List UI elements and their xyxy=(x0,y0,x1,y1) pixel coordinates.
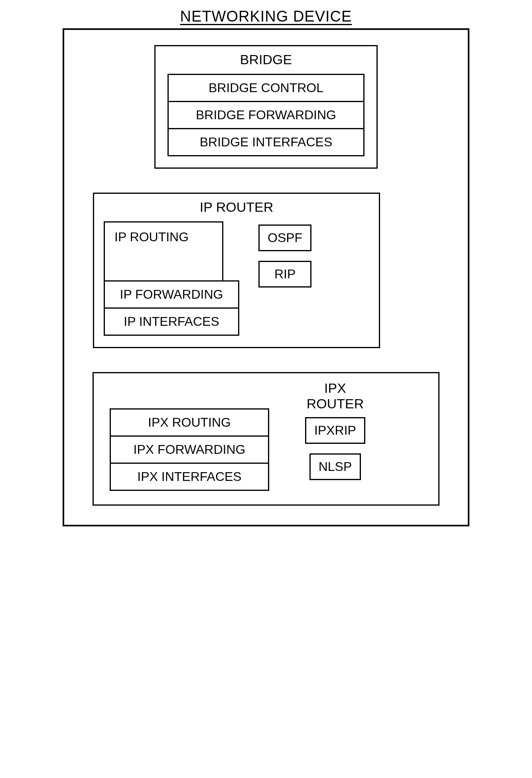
ip-forwarding-cell: IP FORWARDING xyxy=(104,280,239,309)
bridge-forwarding-cell: BRIDGE FORWARDING xyxy=(167,101,365,129)
bridge-control-cell: BRIDGE CONTROL xyxy=(167,74,365,102)
ip-right-column: OSPF RIP xyxy=(258,225,311,288)
ipx-right-column: IPX ROUTER IPXRIP NLSP xyxy=(305,380,365,491)
ipx-router-title: IPX ROUTER xyxy=(307,380,364,412)
networking-device-box: BRIDGE BRIDGE CONTROL BRIDGE FORWARDING … xyxy=(63,28,469,526)
ipx-title-line1: IPX xyxy=(324,380,346,396)
ipxrip-cell: IPXRIP xyxy=(305,417,365,444)
ip-router-body: IP ROUTING IP FORWARDING IP INTERFACES O… xyxy=(106,221,367,336)
bridge-title: BRIDGE xyxy=(167,52,365,67)
ip-routing-cell: IP ROUTING xyxy=(104,221,223,282)
ipx-interfaces-cell: IPX INTERFACES xyxy=(110,463,269,491)
ipx-router-module: IPX ROUTING IPX FORWARDING IPX INTERFACE… xyxy=(93,372,439,506)
ip-interfaces-cell: IP INTERFACES xyxy=(104,307,239,336)
ip-router-module: IP ROUTER IP ROUTING IP FORWARDING IP IN… xyxy=(93,193,380,348)
ipx-router-body: IPX ROUTING IPX FORWARDING IPX INTERFACE… xyxy=(110,380,425,491)
ospf-cell: OSPF xyxy=(258,225,311,251)
bridge-interfaces-cell: BRIDGE INTERFACES xyxy=(167,128,365,156)
ipx-protocol-stack: IPXRIP NLSP xyxy=(305,417,365,480)
rip-cell: RIP xyxy=(258,261,311,288)
bridge-stack: BRIDGE CONTROL BRIDGE FORWARDING BRIDGE … xyxy=(167,74,365,156)
ipx-title-line2: ROUTER xyxy=(307,396,364,411)
ip-left-column: IP ROUTING IP FORWARDING IP INTERFACES xyxy=(106,221,239,336)
ip-stack: IP FORWARDING IP INTERFACES xyxy=(104,280,239,336)
ipx-routing-cell: IPX ROUTING xyxy=(110,408,269,437)
page-title: NETWORKING DEVICE xyxy=(180,8,352,25)
bridge-module: BRIDGE BRIDGE CONTROL BRIDGE FORWARDING … xyxy=(154,45,378,169)
ipx-left-column: IPX ROUTING IPX FORWARDING IPX INTERFACE… xyxy=(110,408,269,491)
ipx-forwarding-cell: IPX FORWARDING xyxy=(110,435,269,464)
ip-router-title: IP ROUTER xyxy=(106,199,367,215)
nlsp-cell: NLSP xyxy=(309,453,361,480)
